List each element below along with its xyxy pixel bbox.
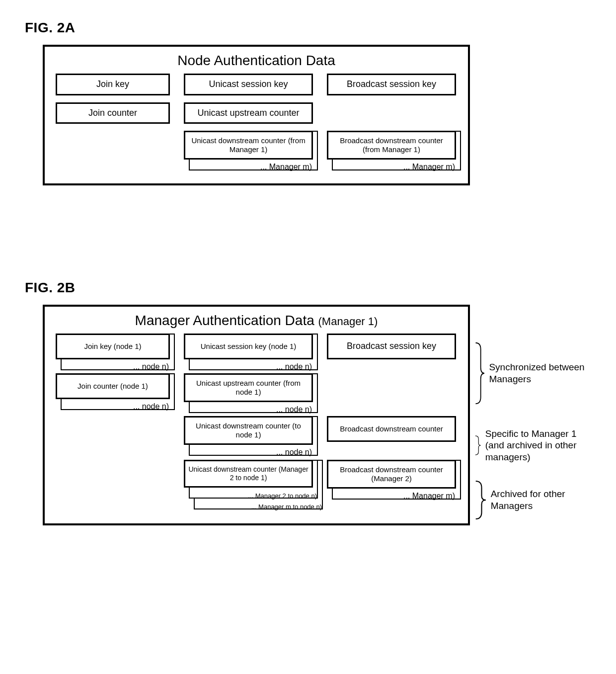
cell-broadcast-session-key: Broadcast session key bbox=[327, 74, 456, 95]
cell-broadcast-down-mgr: Broadcast downstream counter (Manager 2) bbox=[327, 460, 456, 489]
stack-unicast-down-mgr: Unicast downstream counter (Manager 2 to… bbox=[184, 460, 313, 488]
panel-manager-auth: Manager Authentication Data (Manager 1) … bbox=[43, 305, 470, 525]
brace-icon bbox=[475, 477, 487, 523]
cell-unicast-upstream-counter: Unicast upstream counter bbox=[184, 102, 313, 124]
sub-broadcast-down-mgr: ... Manager m) bbox=[403, 492, 457, 501]
brace-group-2: Specific to Manager 1 (and archived in o… bbox=[475, 413, 591, 478]
sub-unicast-upstream-node: ... node n) bbox=[276, 405, 314, 414]
stack-join-key-node: Join key (node 1) ... node n) bbox=[56, 334, 170, 359]
figa-row3: Unicast downstream counter (from Manager… bbox=[56, 131, 457, 160]
cell-unicast-down-node: Unicast downstream counter (to node 1) bbox=[184, 416, 313, 445]
stack-unicast-session-node: Unicast session key (node 1) ... node n) bbox=[184, 334, 313, 359]
figure-label-a: FIG. 2A bbox=[25, 20, 591, 36]
stack-broadcast-downstream: Broadcast downstream counter (from Manag… bbox=[327, 131, 456, 160]
figb-row1: Join key (node 1) ... node n) Unicast se… bbox=[56, 334, 457, 359]
figb-row3: Unicast downstream counter (to node 1) .… bbox=[56, 416, 457, 445]
brace-icon bbox=[475, 423, 481, 467]
sub-unicast-down-mgr-1: ... Manager 2 to node n) bbox=[248, 492, 319, 500]
cell-join-counter-node: Join counter (node 1) bbox=[56, 373, 170, 399]
cell-unicast-session-key: Unicast session key bbox=[184, 74, 313, 95]
panel-title-b-sub: (Manager 1) bbox=[318, 315, 378, 328]
side-text-2: Specific to Manager 1 (and archived in o… bbox=[485, 428, 591, 463]
sub-unicast-session-node: ... node n) bbox=[276, 362, 314, 371]
stack-broadcast-down-mgr: Broadcast downstream counter (Manager 2)… bbox=[327, 460, 456, 489]
cell-join-counter: Join counter bbox=[56, 102, 170, 124]
figb-row2: Join counter (node 1) ... node n) Unicas… bbox=[56, 373, 457, 402]
figb-row4: Unicast downstream counter (Manager 2 to… bbox=[56, 460, 457, 489]
cell-unicast-down-mgr: Unicast downstream counter (Manager 2 to… bbox=[184, 460, 313, 488]
panel-title-b-main: Manager Authentication Data bbox=[135, 313, 314, 328]
brace-icon bbox=[475, 331, 485, 416]
sub-join-key-node: ... node n) bbox=[133, 362, 171, 371]
cell-unicast-upstream-node: Unicast upstream counter (from node 1) bbox=[184, 373, 313, 402]
panel-node-auth: Node Authentication Data Join key Unicas… bbox=[43, 45, 470, 185]
side-annotations: Synchronized between Managers Specific t… bbox=[475, 305, 591, 523]
cell-join-key-node: Join key (node 1) bbox=[56, 334, 170, 359]
stack-sub-unicast-down: ... Manager m) bbox=[260, 163, 314, 171]
figa-row1: Join key Unicast session key Broadcast s… bbox=[56, 74, 457, 95]
stack-unicast-upstream-node: Unicast upstream counter (from node 1) .… bbox=[184, 373, 313, 402]
figa-row2: Join counter Unicast upstream counter bbox=[56, 102, 457, 124]
cell-unicast-session-node: Unicast session key (node 1) bbox=[184, 334, 313, 359]
stack-unicast-down-node: Unicast downstream counter (to node 1) .… bbox=[184, 416, 313, 445]
cell-broadcast-down-b: Broadcast downstream counter bbox=[327, 416, 456, 442]
cell-join-key: Join key bbox=[56, 74, 170, 95]
sub-join-counter-node: ... node n) bbox=[133, 402, 171, 411]
stack-unicast-downstream: Unicast downstream counter (from Manager… bbox=[184, 131, 313, 160]
brace-group-3: Archived for other Managers bbox=[475, 477, 591, 523]
panel-title-a: Node Authentication Data bbox=[56, 53, 457, 69]
sub-unicast-down-node: ... node n) bbox=[276, 448, 314, 457]
stack-join-counter-node: Join counter (node 1) ... node n) bbox=[56, 373, 170, 399]
side-text-1: Synchronized between Managers bbox=[489, 361, 591, 385]
stack-sub-broadcast-down: ... Manager m) bbox=[403, 163, 457, 171]
cell-broadcast-downstream: Broadcast downstream counter (from Manag… bbox=[327, 131, 456, 160]
cell-broadcast-session-key-b: Broadcast session key bbox=[327, 334, 456, 359]
sub-unicast-down-mgr-2: ... Manager m to node n) bbox=[251, 503, 324, 510]
figure-label-b: FIG. 2B bbox=[25, 280, 591, 296]
cell-unicast-downstream: Unicast downstream counter (from Manager… bbox=[184, 131, 313, 160]
brace-group-1: Synchronized between Managers bbox=[475, 331, 591, 416]
side-text-3: Archived for other Managers bbox=[491, 488, 591, 512]
panel-title-b: Manager Authentication Data (Manager 1) bbox=[56, 313, 457, 329]
